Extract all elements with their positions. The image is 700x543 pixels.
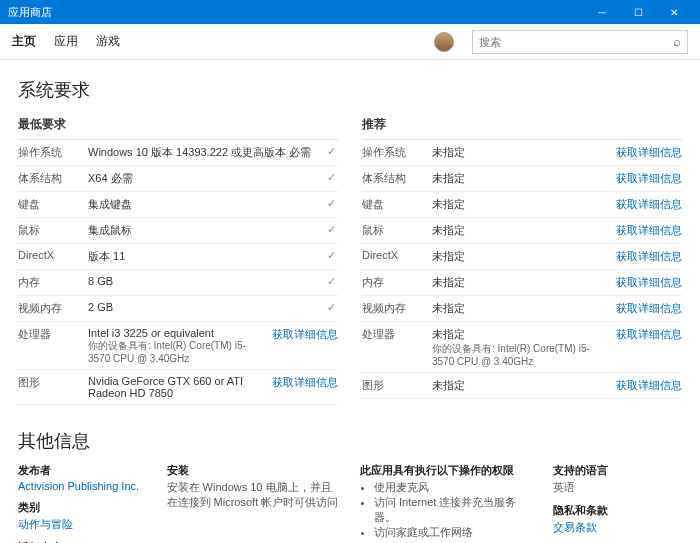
avatar[interactable] — [434, 32, 454, 52]
publisher-link[interactable]: Activision Publishing Inc. — [18, 480, 147, 492]
req-label: DirectX — [362, 249, 432, 261]
req-label: 视频内存 — [362, 301, 432, 316]
req-value: 版本 11 — [88, 249, 324, 264]
req-label: 鼠标 — [362, 223, 432, 238]
req-label: 操作系统 — [18, 145, 88, 160]
detail-link[interactable]: 获取详细信息 — [616, 301, 682, 316]
search-box[interactable]: ⌕ — [472, 30, 688, 54]
check-icon: ✓ — [324, 275, 338, 288]
detail-link[interactable]: 获取详细信息 — [616, 249, 682, 264]
perm-block: 此应用具有执行以下操作的权限 使用麦克风访问 Internet 连接并充当服务器… — [360, 463, 533, 543]
check-icon: ✓ — [324, 223, 338, 236]
min-row-0: 操作系统Windows 10 版本 14393.222 或更高版本 必需✓ — [18, 140, 338, 166]
check-icon: ✓ — [324, 171, 338, 184]
rec-row-6: 视频内存未指定获取详细信息 — [362, 296, 682, 322]
req-label: 内存 — [362, 275, 432, 290]
rec-row-7: 处理器未指定你的设备具有: Intel(R) Core(TM) i5-3570 … — [362, 322, 682, 373]
perm-item: 访问 Internet 连接并充当服务器。 — [374, 495, 533, 525]
detail-link[interactable]: 获取详细信息 — [272, 327, 338, 342]
check-icon: ✓ — [324, 197, 338, 210]
req-label: 处理器 — [362, 327, 432, 342]
req-value: 8 GB — [88, 275, 324, 287]
search-icon[interactable]: ⌕ — [673, 34, 681, 49]
req-value: 集成键盘 — [88, 197, 324, 212]
titlebar: 应用商店 ─ ☐ ✕ — [0, 0, 700, 24]
detail-link[interactable]: 获取详细信息 — [616, 145, 682, 160]
req-value: 未指定 — [432, 223, 610, 238]
min-row-7: 处理器Intel i3 3225 or equivalent你的设备具有: In… — [18, 322, 338, 370]
nav-games[interactable]: 游戏 — [96, 33, 120, 50]
detail-link[interactable]: 获取详细信息 — [616, 171, 682, 186]
req-value: 未指定 — [432, 275, 610, 290]
min-row-2: 键盘集成键盘✓ — [18, 192, 338, 218]
close-button[interactable]: ✕ — [656, 7, 692, 18]
detail-link[interactable]: 获取详细信息 — [616, 378, 682, 393]
req-label: 鼠标 — [18, 223, 88, 238]
rec-row-5: 内存未指定获取详细信息 — [362, 270, 682, 296]
req-value: 未指定 — [432, 378, 610, 393]
req-value: 未指定 — [432, 145, 610, 160]
req-value: Nvidia GeForce GTX 660 or ATI Radeon HD … — [88, 375, 266, 399]
window-title: 应用商店 — [8, 5, 584, 20]
rec-row-8: 图形未指定获取详细信息 — [362, 373, 682, 399]
min-row-6: 视频内存2 GB✓ — [18, 296, 338, 322]
min-col: 最低要求 操作系统Windows 10 版本 14393.222 或更高版本 必… — [18, 112, 338, 405]
req-value: Windows 10 版本 14393.222 或更高版本 必需 — [88, 145, 324, 160]
rec-header: 推荐 — [362, 112, 682, 140]
req-value: 未指定 — [432, 249, 610, 264]
perm-item: 使用麦克风 — [374, 480, 533, 495]
rec-row-2: 键盘未指定获取详细信息 — [362, 192, 682, 218]
min-row-8: 图形Nvidia GeForce GTX 660 or ATI Radeon H… — [18, 370, 338, 405]
req-label: 操作系统 — [362, 145, 432, 160]
check-icon: ✓ — [324, 145, 338, 158]
content: 系统要求 最低要求 操作系统Windows 10 版本 14393.222 或更… — [0, 60, 700, 543]
req-label: 图形 — [362, 378, 432, 393]
install-block: 安装 安装在 Windows 10 电脑上，并且在连接到 Microsoft 帐… — [167, 463, 340, 543]
minimize-button[interactable]: ─ — [584, 7, 620, 18]
search-input[interactable] — [479, 36, 673, 48]
req-value: X64 必需 — [88, 171, 324, 186]
nav-apps[interactable]: 应用 — [54, 33, 78, 50]
min-row-5: 内存8 GB✓ — [18, 270, 338, 296]
req-value: 未指定你的设备具有: Intel(R) Core(TM) i5-3570 CPU… — [432, 327, 610, 367]
min-row-3: 鼠标集成鼠标✓ — [18, 218, 338, 244]
req-value: 未指定 — [432, 171, 610, 186]
detail-link[interactable]: 获取详细信息 — [616, 275, 682, 290]
rec-col: 推荐 操作系统未指定获取详细信息体系结构未指定获取详细信息键盘未指定获取详细信息… — [362, 112, 682, 405]
req-label: 键盘 — [362, 197, 432, 212]
req-label: 处理器 — [18, 327, 88, 342]
lang-block: 支持的语言 英语 隐私和条款 交易条款 举报此产品 告知 Microsoft 不… — [553, 463, 682, 543]
rec-row-0: 操作系统未指定获取详细信息 — [362, 140, 682, 166]
category-link[interactable]: 动作与冒险 — [18, 517, 147, 532]
check-icon: ✓ — [324, 249, 338, 262]
req-label: 体系结构 — [18, 171, 88, 186]
req-subvalue: 你的设备具有: Intel(R) Core(TM) i5-3570 CPU @ … — [88, 339, 266, 364]
req-value: 2 GB — [88, 301, 324, 313]
rec-row-3: 鼠标未指定获取详细信息 — [362, 218, 682, 244]
min-row-4: DirectX版本 11✓ — [18, 244, 338, 270]
perm-item: 访问家庭或工作网络 — [374, 525, 533, 540]
min-row-1: 体系结构X64 必需✓ — [18, 166, 338, 192]
detail-link[interactable]: 获取详细信息 — [272, 375, 338, 390]
other-heading: 其他信息 — [18, 429, 682, 453]
detail-link[interactable]: 获取详细信息 — [616, 223, 682, 238]
req-label: 图形 — [18, 375, 88, 390]
req-label: 视频内存 — [18, 301, 88, 316]
req-label: 内存 — [18, 275, 88, 290]
req-label: DirectX — [18, 249, 88, 261]
rec-row-4: DirectX未指定获取详细信息 — [362, 244, 682, 270]
rec-row-1: 体系结构未指定获取详细信息 — [362, 166, 682, 192]
detail-link[interactable]: 获取详细信息 — [616, 327, 682, 342]
min-header: 最低要求 — [18, 112, 338, 140]
req-label: 键盘 — [18, 197, 88, 212]
navbar: 主页 应用 游戏 ⌕ — [0, 24, 700, 60]
detail-link[interactable]: 获取详细信息 — [616, 197, 682, 212]
req-value: Intel i3 3225 or equivalent你的设备具有: Intel… — [88, 327, 266, 364]
publisher-block: 发布者 Activision Publishing Inc. 类别 动作与冒险 … — [18, 463, 147, 543]
req-value: 未指定 — [432, 197, 610, 212]
nav-home[interactable]: 主页 — [12, 33, 36, 50]
maximize-button[interactable]: ☐ — [620, 7, 656, 18]
req-value: 集成鼠标 — [88, 223, 324, 238]
req-value: 未指定 — [432, 301, 610, 316]
privacy-link[interactable]: 交易条款 — [553, 520, 682, 535]
